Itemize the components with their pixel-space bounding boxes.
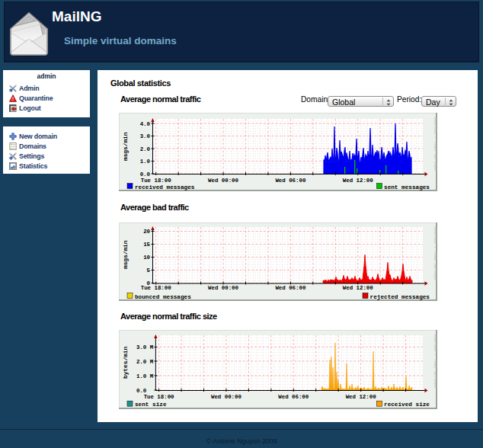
svg-text:15: 15: [143, 242, 150, 248]
svg-text:RRDTOOL / TOBI OETIKER: RRDTOOL / TOBI OETIKER: [433, 334, 437, 388]
svg-text:10: 10: [143, 254, 150, 261]
svg-text:2.0 M: 2.0 M: [136, 359, 154, 365]
svg-text:Wed 06:00: Wed 06:00: [275, 285, 305, 291]
svg-text:3.0: 3.0: [140, 133, 151, 139]
svg-text:Tue 18:00: Tue 18:00: [144, 394, 174, 400]
svg-text:0.0: 0.0: [140, 171, 151, 178]
svg-text:Wed 12:00: Wed 12:00: [346, 394, 376, 400]
svg-text:Tue 18:00: Tue 18:00: [141, 285, 171, 291]
svg-text:msgs/min: msgs/min: [123, 240, 129, 269]
svg-text:received messages: received messages: [135, 184, 195, 190]
svg-text:3.0 M: 3.0 M: [136, 344, 154, 350]
svg-text:0.0: 0.0: [136, 388, 147, 394]
svg-text:msgs/min: msgs/min: [123, 132, 129, 161]
svg-text:1.0 M: 1.0 M: [136, 373, 154, 379]
svg-text:RRDTOOL / TOBI OETIKER: RRDTOOL / TOBI OETIKER: [433, 227, 437, 280]
svg-text:Wed 06:00: Wed 06:00: [275, 178, 305, 184]
svg-text:2.0: 2.0: [140, 146, 151, 152]
svg-text:received size: received size: [384, 402, 430, 408]
svg-text:5: 5: [147, 267, 151, 274]
svg-text:bytes/min: bytes/min: [123, 347, 129, 379]
svg-text:Wed 00:00: Wed 00:00: [208, 178, 238, 184]
svg-text:1.0: 1.0: [140, 158, 151, 165]
svg-text:RRDTOOL / TOBI OETIKER: RRDTOOL / TOBI OETIKER: [433, 117, 437, 171]
svg-text:Wed 12:00: Wed 12:00: [343, 178, 373, 184]
svg-text:4.0: 4.0: [140, 121, 151, 127]
svg-text:sent size: sent size: [135, 402, 167, 408]
svg-text:Wed 06:00: Wed 06:00: [278, 394, 309, 400]
svg-text:bounced messages: bounced messages: [135, 294, 191, 300]
svg-text:Tue 18:00: Tue 18:00: [141, 178, 171, 184]
svg-text:Wed 00:00: Wed 00:00: [211, 394, 242, 400]
svg-text:sent messages: sent messages: [384, 184, 430, 190]
svg-text:Wed 00:00: Wed 00:00: [208, 285, 238, 291]
svg-text:Wed 12:00: Wed 12:00: [343, 285, 373, 291]
svg-text:rejected messages: rejected messages: [370, 294, 430, 300]
svg-text:20: 20: [143, 229, 150, 235]
